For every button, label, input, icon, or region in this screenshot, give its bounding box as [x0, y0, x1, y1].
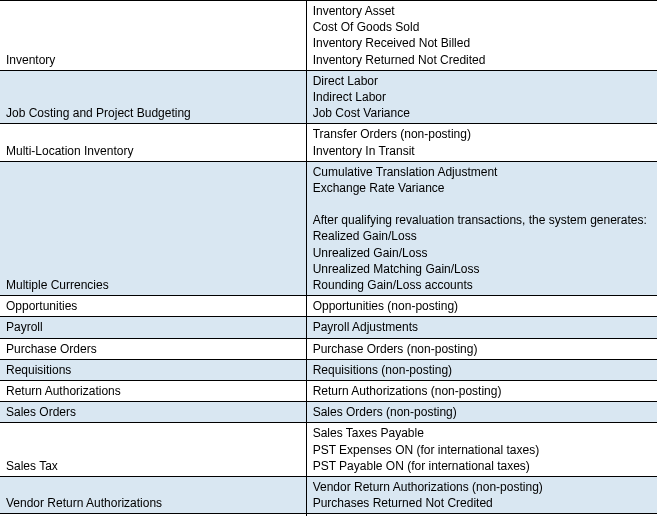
accounts-cell: Opportunities (non-posting) — [306, 296, 657, 317]
feature-cell: Return Authorizations — [0, 380, 306, 401]
table-row: PayrollPayroll Adjustments — [0, 317, 657, 338]
table-row: Sales TaxSales Taxes Payable PST Expense… — [0, 423, 657, 477]
accounts-cell: Direct Labor Indirect Labor Job Cost Var… — [306, 70, 657, 124]
feature-cell: Purchase Orders — [0, 338, 306, 359]
table-row: Return AuthorizationsReturn Authorizatio… — [0, 380, 657, 401]
accounts-cell: Return Authorizations (non-posting) — [306, 380, 657, 401]
accounts-cell: Vendor Return Authorizations (non-postin… — [306, 476, 657, 513]
accounts-cell: Cumulative Translation Adjustment Exchan… — [306, 161, 657, 296]
table-row: Multiple CurrenciesCumulative Translatio… — [0, 161, 657, 296]
feature-cell: Sales Tax — [0, 423, 306, 477]
table-row: Vendor Return AuthorizationsVendor Retur… — [0, 476, 657, 513]
feature-cell: Opportunities — [0, 296, 306, 317]
feature-cell: Inventory — [0, 1, 306, 71]
accounts-cell: Transfer Orders (non-posting) Inventory … — [306, 124, 657, 161]
feature-cell: Payroll — [0, 317, 306, 338]
accounts-cell: Sales Orders (non-posting) — [306, 402, 657, 423]
accounts-cell: Sales Taxes Payable PST Expenses ON (for… — [306, 423, 657, 477]
table-row: RequisitionsRequisitions (non-posting) — [0, 359, 657, 380]
feature-cell: Requisitions — [0, 359, 306, 380]
feature-cell: Vendor Return Authorizations — [0, 476, 306, 513]
table-row: InventoryInventory Asset Cost Of Goods S… — [0, 1, 657, 71]
table-row: Job Costing and Project BudgetingDirect … — [0, 70, 657, 124]
accounts-cell: Inventory Asset Cost Of Goods Sold Inven… — [306, 1, 657, 71]
feature-cell: Multiple Currencies — [0, 161, 306, 296]
table-row: OpportunitiesOpportunities (non-posting) — [0, 296, 657, 317]
table-row: Sales OrdersSales Orders (non-posting) — [0, 402, 657, 423]
accounts-cell: Payroll Adjustments — [306, 317, 657, 338]
feature-cell: Multi-Location Inventory — [0, 124, 306, 161]
table-row: Purchase OrdersPurchase Orders (non-post… — [0, 338, 657, 359]
table-row: Multi-Location InventoryTransfer Orders … — [0, 124, 657, 161]
accounts-cell: Purchase Orders (non-posting) — [306, 338, 657, 359]
feature-cell: Job Costing and Project Budgeting — [0, 70, 306, 124]
feature-cell: Sales Orders — [0, 402, 306, 423]
feature-account-table: InventoryInventory Asset Cost Of Goods S… — [0, 0, 657, 516]
accounts-cell: Requisitions (non-posting) — [306, 359, 657, 380]
table-body: InventoryInventory Asset Cost Of Goods S… — [0, 1, 657, 517]
